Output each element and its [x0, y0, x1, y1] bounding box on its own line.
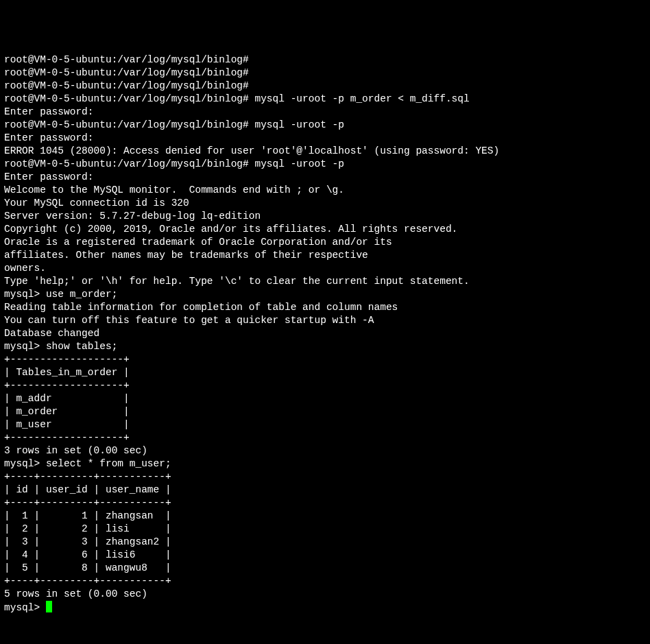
terminal-line: Enter password:: [4, 171, 646, 184]
terminal-line: Reading table information for completion…: [4, 301, 646, 314]
terminal-line: +----+---------+-----------+: [4, 470, 646, 484]
terminal-line: +-------------------+: [4, 431, 646, 444]
terminal-line: mysql> select * from m_user;: [4, 457, 646, 470]
terminal-line: mysql> use m_order;: [4, 288, 646, 301]
terminal-line: Welcome to the MySQL monitor. Commands e…: [4, 184, 646, 197]
terminal-line: root@VM-0-5-ubuntu:/var/log/mysql/binlog…: [4, 93, 646, 106]
terminal-line: +----+---------+-----------+: [4, 575, 646, 588]
terminal-line: Enter password:: [4, 132, 646, 145]
terminal-line: +----+---------+-----------+: [4, 497, 646, 510]
terminal-line: owners.: [4, 262, 646, 275]
terminal-line: +-------------------+: [4, 353, 646, 366]
terminal-line: mysql> show tables;: [4, 340, 646, 353]
terminal-line: Your MySQL connection id is 320: [4, 197, 646, 210]
terminal-line: | id | user_id | user_name |: [4, 484, 646, 497]
terminal-line: | Tables_in_m_order |: [4, 366, 646, 379]
terminal-line: Server version: 5.7.27-debug-log lq-edit…: [4, 210, 646, 223]
terminal-line: Type 'help;' or '\h' for help. Type '\c'…: [4, 275, 646, 288]
terminal-line: affiliates. Other names may be trademark…: [4, 249, 646, 262]
terminal-line: You can turn off this feature to get a q…: [4, 314, 646, 327]
terminal-line: | 4 | 6 | lisi6 |: [4, 549, 646, 562]
terminal-line: mysql>: [4, 601, 646, 615]
terminal-line: | m_addr |: [4, 392, 646, 405]
terminal-line: root@VM-0-5-ubuntu:/var/log/mysql/binlog…: [4, 158, 646, 171]
terminal-line: +-------------------+: [4, 379, 646, 392]
terminal-line: | 5 | 8 | wangwu8 |: [4, 562, 646, 575]
terminal-line: root@VM-0-5-ubuntu:/var/log/mysql/binlog…: [4, 67, 646, 80]
terminal-line: Enter password:: [4, 106, 646, 119]
terminal-line: root@VM-0-5-ubuntu:/var/log/mysql/binlog…: [4, 119, 646, 132]
terminal-line: ERROR 1045 (28000): Access denied for us…: [4, 145, 646, 158]
terminal-line: 5 rows in set (0.00 sec): [4, 588, 646, 601]
terminal-line: root@VM-0-5-ubuntu:/var/log/mysql/binlog…: [4, 53, 646, 67]
terminal-line: Copyright (c) 2000, 2019, Oracle and/or …: [4, 223, 646, 236]
cursor: [46, 601, 52, 612]
terminal-line: | 1 | 1 | zhangsan |: [4, 510, 646, 523]
terminal-line: | 3 | 3 | zhangsan2 |: [4, 536, 646, 549]
terminal-line: Database changed: [4, 327, 646, 340]
terminal-line: 3 rows in set (0.00 sec): [4, 444, 646, 457]
terminal-line: Oracle is a registered trademark of Orac…: [4, 236, 646, 249]
terminal-output[interactable]: root@VM-0-5-ubuntu:/var/log/mysql/binlog…: [4, 53, 646, 615]
terminal-line: | m_order |: [4, 405, 646, 418]
terminal-line: | m_user |: [4, 418, 646, 431]
terminal-line: root@VM-0-5-ubuntu:/var/log/mysql/binlog…: [4, 80, 646, 93]
terminal-line: | 2 | 2 | lisi |: [4, 523, 646, 536]
